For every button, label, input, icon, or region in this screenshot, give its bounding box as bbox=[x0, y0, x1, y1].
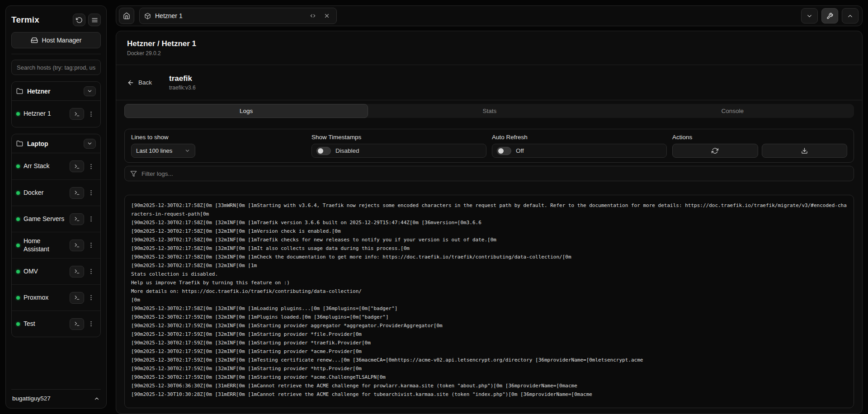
log-line: [0m bbox=[131, 296, 847, 304]
sidebar-header-buttons bbox=[73, 14, 101, 26]
log-line: [90m2025-12-30T02:17:59Z[0m [32mINF[0m [… bbox=[131, 364, 847, 373]
group-host-list: Arr Stack Docker Game Servers bbox=[12, 153, 100, 337]
open-terminal-button[interactable] bbox=[70, 292, 84, 304]
collapse-down-button[interactable] bbox=[801, 8, 818, 24]
timestamps-toggle[interactable]: Disabled bbox=[311, 144, 486, 158]
host-group: Hetzner Hetzner 1 bbox=[11, 81, 101, 127]
log-output[interactable]: [90m2025-12-30T02:17:58Z[0m [33mWRN[0m [… bbox=[124, 195, 854, 408]
host-label: Arr Stack bbox=[24, 162, 66, 170]
host-menu-button[interactable] bbox=[86, 160, 96, 172]
host-menu-button[interactable] bbox=[86, 240, 96, 251]
open-terminal-button[interactable] bbox=[70, 160, 84, 172]
reload-button[interactable] bbox=[73, 14, 85, 26]
online-status-dot bbox=[16, 270, 20, 273]
host-item[interactable]: Arr Stack bbox=[12, 153, 100, 179]
host-item[interactable]: Home Assistant bbox=[12, 232, 100, 258]
timestamps-label: Show Timestamps bbox=[311, 134, 486, 141]
user-footer[interactable]: bugattiguy527 bbox=[11, 389, 101, 403]
filter-logs-box bbox=[124, 166, 854, 181]
close-tab-button[interactable] bbox=[322, 11, 332, 21]
toggle-switch bbox=[316, 147, 331, 155]
host-menu-button[interactable] bbox=[86, 318, 96, 330]
log-line: [90m2025-12-30T02:17:59Z[0m [32mINF[0m [… bbox=[131, 330, 847, 339]
autorefresh-label: Auto Refresh bbox=[492, 134, 667, 141]
collapse-up-button[interactable] bbox=[842, 8, 859, 24]
host-actions bbox=[70, 240, 96, 251]
open-terminal-button[interactable] bbox=[70, 108, 84, 120]
open-terminal-button[interactable] bbox=[70, 266, 84, 278]
host-menu-button[interactable] bbox=[86, 187, 96, 199]
kebab-icon bbox=[88, 320, 94, 327]
kebab-icon bbox=[88, 242, 94, 249]
log-line: [90m2025-12-30T10:30:28Z[0m [31mERR[0m [… bbox=[131, 390, 847, 399]
tab-stats[interactable]: Stats bbox=[368, 104, 611, 118]
host-actions bbox=[70, 318, 96, 330]
kebab-icon bbox=[88, 294, 94, 301]
group-collapse-button[interactable] bbox=[84, 139, 96, 149]
lines-select[interactable]: Last 100 lines bbox=[131, 144, 195, 158]
open-terminal-button[interactable] bbox=[70, 318, 84, 330]
filter-logs-input[interactable] bbox=[142, 170, 848, 177]
log-line: [90m2025-12-30T02:17:58Z[0m [32mINF[0m [… bbox=[131, 244, 847, 253]
log-line: [90m2025-12-30T06:36:30Z[0m [31mERR[0m [… bbox=[131, 381, 847, 390]
container-icon bbox=[144, 13, 151, 19]
group-name: Hetzner bbox=[27, 88, 80, 95]
server-version: Docker 29.0.2 bbox=[127, 50, 851, 56]
chevron-up-icon bbox=[847, 13, 854, 19]
host-menu-button[interactable] bbox=[86, 266, 96, 278]
host-item[interactable]: Proxmox bbox=[12, 284, 100, 310]
open-terminal-button[interactable] bbox=[70, 187, 84, 199]
sidebar: Termix Host Manager Hetzner Hetzner 1 bbox=[5, 5, 107, 409]
open-terminal-button[interactable] bbox=[70, 240, 84, 251]
online-status-dot bbox=[16, 296, 20, 300]
host-actions bbox=[70, 266, 96, 278]
host-menu-button[interactable] bbox=[86, 108, 96, 120]
tab-logs[interactable]: Logs bbox=[124, 104, 368, 118]
host-item[interactable]: Game Servers bbox=[12, 206, 100, 232]
tools-button[interactable] bbox=[821, 8, 838, 24]
host-label: Hetzner 1 bbox=[24, 110, 66, 118]
online-status-dot bbox=[16, 217, 20, 221]
chevron-down-icon bbox=[87, 141, 93, 146]
host-manager-button[interactable]: Host Manager bbox=[11, 32, 101, 48]
sidebar-divider bbox=[11, 54, 101, 54]
host-item[interactable]: Docker bbox=[12, 179, 100, 206]
download-logs-button[interactable] bbox=[762, 144, 848, 158]
menu-button[interactable] bbox=[88, 14, 101, 26]
host-menu-button[interactable] bbox=[86, 292, 96, 304]
back-button[interactable]: Back bbox=[127, 79, 152, 86]
tab-label: Hetzner 1 bbox=[155, 12, 304, 19]
refresh-logs-button[interactable] bbox=[672, 144, 758, 158]
terminal-icon bbox=[74, 268, 80, 274]
group-header: Hetzner bbox=[12, 82, 100, 101]
open-terminal-button[interactable] bbox=[70, 213, 84, 225]
container-name: traefik bbox=[169, 74, 196, 83]
terminal-icon bbox=[74, 190, 80, 196]
hamburger-icon bbox=[91, 17, 98, 24]
search-hosts-input[interactable] bbox=[11, 60, 101, 75]
split-horizontal-icon bbox=[310, 13, 316, 19]
log-line: [90m2025-12-30T02:17:58Z[0m [32mINF[0m [… bbox=[131, 253, 847, 261]
actions-label: Actions bbox=[672, 134, 847, 141]
home-button[interactable] bbox=[119, 8, 134, 24]
autorefresh-toggle[interactable]: Off bbox=[492, 144, 667, 158]
host-item[interactable]: Hetzner 1 bbox=[12, 101, 100, 127]
host-menu-button[interactable] bbox=[86, 213, 96, 225]
log-line: More details on: https://doc.traefik.io/… bbox=[131, 287, 847, 296]
host-label: Test bbox=[24, 320, 66, 328]
online-status-dot bbox=[16, 322, 20, 326]
server-panel: Hetzner / Hetzner 1 Docker 29.0.2 Back t… bbox=[116, 31, 863, 414]
host-item[interactable]: Test bbox=[12, 310, 100, 337]
app-brand: Termix bbox=[11, 15, 39, 25]
tab-console[interactable]: Console bbox=[611, 104, 854, 118]
online-status-dot bbox=[16, 112, 20, 116]
host-actions bbox=[70, 160, 96, 172]
host-item[interactable]: OMV bbox=[12, 258, 100, 284]
group-name: Laptop bbox=[27, 140, 80, 147]
split-view-button[interactable] bbox=[308, 11, 318, 21]
group-collapse-button[interactable] bbox=[84, 86, 96, 96]
toggle-switch bbox=[497, 147, 511, 155]
container-tabs: Logs Stats Console bbox=[124, 104, 854, 118]
rotate-ccw-icon bbox=[76, 17, 83, 24]
tab-hetzner-1[interactable]: Hetzner 1 bbox=[139, 8, 337, 24]
